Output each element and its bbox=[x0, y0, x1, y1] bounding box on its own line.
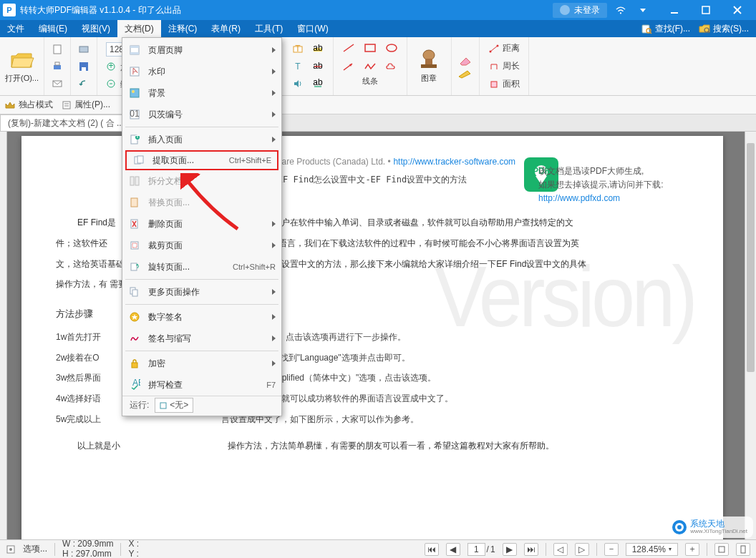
maximize-button[interactable] bbox=[690, 0, 722, 20]
search-shortcut[interactable]: 搜索(S)... bbox=[696, 23, 752, 35]
svg-point-73 bbox=[132, 90, 135, 93]
caret-down-button[interactable] bbox=[627, 0, 659, 20]
menu-extract-pages[interactable]: 提取页面...Ctrl+Shift+E bbox=[125, 150, 278, 170]
find-shortcut[interactable]: 查找(F)... bbox=[638, 23, 693, 35]
distance-button[interactable]: 距离 bbox=[485, 41, 523, 56]
menu-background[interactable]: 背景 bbox=[122, 82, 281, 104]
zoom-out-status[interactable]: － bbox=[604, 543, 619, 556]
polyline-shape[interactable] bbox=[361, 59, 379, 74]
scrollbar-thumb[interactable] bbox=[747, 143, 755, 372]
svg-point-55 bbox=[489, 50, 491, 52]
menu-crop-pages[interactable]: 裁剪页面 bbox=[122, 235, 281, 256]
menu-watermark[interactable]: A水印 bbox=[122, 61, 281, 82]
vertical-scrollbar[interactable] bbox=[745, 132, 756, 539]
folder-open-icon bbox=[10, 49, 34, 70]
document-tab[interactable]: (复制)-新建文本文档 (2) ( 合 ... × bbox=[0, 114, 139, 131]
properties-button[interactable]: 属性(P)... bbox=[62, 99, 110, 111]
user-icon bbox=[560, 5, 570, 15]
options-button[interactable]: 选项... bbox=[23, 543, 47, 555]
document-viewport[interactable]: Tracker Software Products (Canada) Ltd. … bbox=[7, 132, 756, 539]
prev-page-button[interactable]: ◀ bbox=[446, 543, 460, 556]
pdfxd-link[interactable]: http://www.pdfxd.com bbox=[538, 193, 620, 203]
open-button[interactable]: 打开(O)... bbox=[0, 37, 44, 95]
nav-fwd-button[interactable]: ▷ bbox=[575, 543, 589, 556]
highlight-tool[interactable]: ab bbox=[309, 41, 327, 57]
svg-point-48 bbox=[387, 44, 397, 52]
menu-annotate[interactable]: 注释(C) bbox=[161, 20, 205, 37]
menu-delete-pages[interactable]: 删除页面 bbox=[122, 213, 281, 235]
svg-text:T: T bbox=[295, 44, 301, 54]
perimeter-button[interactable]: 周长 bbox=[485, 59, 523, 74]
menu-header-footer[interactable]: 页眉页脚 bbox=[122, 39, 281, 61]
menu-encrypt[interactable]: 加密 bbox=[122, 353, 281, 374]
menu-bates[interactable]: 01贝茨编号 bbox=[122, 104, 281, 125]
svg-rect-94 bbox=[132, 363, 137, 368]
window-title: 转转大师PDF编辑器 v1.1.0.4 - 印了么出品 bbox=[20, 4, 553, 16]
minimize-button[interactable] bbox=[659, 0, 690, 20]
menu-document[interactable]: 文档(D) bbox=[117, 20, 161, 37]
menu-insert-page[interactable]: +插入页面 bbox=[122, 129, 281, 150]
email-button[interactable] bbox=[49, 76, 66, 92]
undo-button[interactable] bbox=[75, 76, 92, 92]
save-button[interactable] bbox=[75, 59, 92, 74]
eraser-icon[interactable] bbox=[457, 54, 473, 67]
menu-more-page-ops[interactable]: 更多页面操作 bbox=[122, 281, 281, 303]
line-shape[interactable] bbox=[339, 40, 358, 56]
menu-rotate-pages[interactable]: 旋转页面...Ctrl+Shift+R bbox=[122, 256, 281, 278]
menu-replace-pages[interactable]: 替换页面... bbox=[122, 192, 281, 213]
stamp-button[interactable]: 图章 bbox=[407, 37, 452, 95]
cursor-position: X : Y : bbox=[128, 539, 139, 558]
svg-rect-10 bbox=[54, 45, 61, 54]
speaker-tool[interactable] bbox=[289, 76, 307, 92]
menu-form[interactable]: 表单(R) bbox=[204, 20, 248, 37]
area-button[interactable]: 面积 bbox=[485, 77, 523, 92]
svg-rect-83 bbox=[131, 198, 137, 207]
rect-shape[interactable] bbox=[361, 40, 379, 56]
menu-digital-signature[interactable]: 数字签名 bbox=[122, 306, 281, 328]
brand-watermark: 系统天地www.XiTongTianDi.net bbox=[666, 517, 753, 538]
app-logo-icon: P bbox=[3, 4, 16, 16]
page-input[interactable]: 1 bbox=[467, 543, 485, 556]
cloud-shape[interactable] bbox=[382, 59, 401, 74]
wifi-icon bbox=[614, 5, 627, 15]
menu-edit[interactable]: 编辑(E) bbox=[32, 20, 74, 37]
last-page-button[interactable]: ⏭ bbox=[524, 543, 538, 556]
svg-rect-92 bbox=[132, 290, 137, 296]
exclusive-mode-button[interactable]: 独占模式 bbox=[4, 99, 53, 111]
scan-button[interactable] bbox=[75, 41, 92, 57]
menu-view[interactable]: 视图(V) bbox=[74, 20, 117, 37]
underline-tool[interactable]: ab bbox=[309, 76, 327, 92]
marker-icon[interactable] bbox=[457, 69, 473, 79]
new-doc-button[interactable] bbox=[49, 41, 66, 57]
menu-window[interactable]: 窗口(W) bbox=[290, 20, 335, 37]
menu-split-doc[interactable]: 拆分文档... bbox=[122, 170, 281, 192]
close-button[interactable] bbox=[722, 0, 753, 20]
svg-rect-16 bbox=[82, 67, 86, 71]
menu-file[interactable]: 文件 bbox=[0, 20, 32, 37]
svg-rect-80 bbox=[137, 156, 143, 163]
arrow-shape[interactable] bbox=[339, 59, 358, 74]
menu-spellcheck[interactable]: ABC拼写检查F7 bbox=[122, 374, 281, 396]
typewriter-tool[interactable]: T bbox=[289, 59, 307, 74]
user-login-button[interactable]: 未登录 bbox=[553, 3, 607, 18]
svg-text:+: + bbox=[108, 62, 113, 71]
next-page-button[interactable]: ▶ bbox=[503, 543, 517, 556]
text-box-tool[interactable]: T bbox=[289, 41, 307, 57]
oval-shape[interactable] bbox=[382, 40, 401, 56]
left-pane-toggle[interactable] bbox=[0, 132, 7, 539]
fit-width-button[interactable] bbox=[714, 543, 729, 556]
menu-sign-abbrev[interactable]: 签名与缩写 bbox=[122, 328, 281, 349]
zoom-status-box[interactable]: 128.45%▾ bbox=[626, 543, 678, 556]
options-icon[interactable] bbox=[6, 544, 16, 554]
print-button[interactable] bbox=[49, 59, 66, 74]
zoom-in-status[interactable]: ＋ bbox=[685, 543, 699, 556]
menu-tools[interactable]: 工具(T) bbox=[248, 20, 290, 37]
tracker-link[interactable]: http://www.tracker-software.com bbox=[393, 157, 515, 167]
first-page-button[interactable]: ⏮ bbox=[425, 543, 439, 556]
fit-page-button[interactable] bbox=[736, 543, 750, 556]
svg-rect-11 bbox=[54, 65, 61, 69]
svg-line-54 bbox=[490, 46, 498, 52]
strikeout-tool[interactable]: ab bbox=[309, 59, 327, 74]
nav-back-button[interactable]: ◁ bbox=[553, 543, 568, 556]
run-dropdown[interactable]: <无> bbox=[155, 398, 193, 413]
